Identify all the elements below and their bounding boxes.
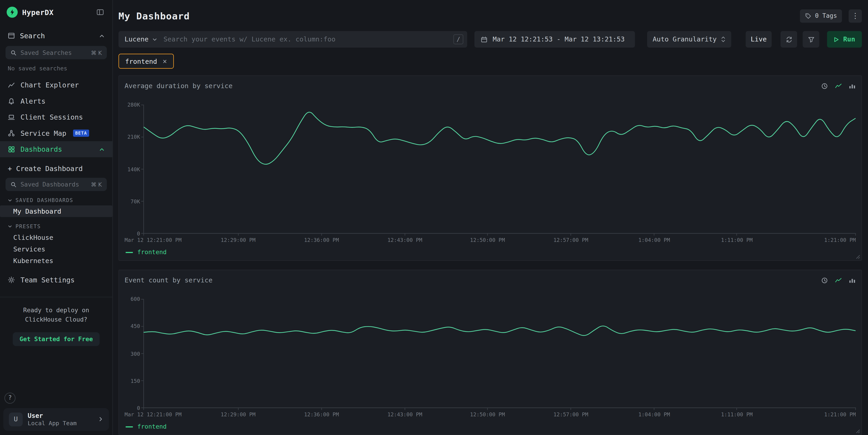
chevron-down-icon [8,198,12,202]
filter-chip-label: frontend [125,57,157,65]
run-button[interactable]: Run [827,31,862,48]
sidebar-item-label: Alerts [21,97,45,105]
sidebar-item-chart-explorer[interactable]: Chart Explorer [0,77,113,93]
sidebar: HyperDX Search Saved Searches ⌘ K No sav… [0,0,113,435]
sidebar-item-kubernetes[interactable]: Kubernetes [0,255,113,266]
chevron-up-icon [99,147,104,152]
bar-chart-icon[interactable] [849,277,856,284]
sidebar-item-search[interactable]: Search [0,27,113,45]
create-dashboard-label: + Create Dashboard [8,164,83,173]
live-button[interactable]: Live [746,31,772,48]
query-language-select[interactable]: Lucene [118,35,163,43]
saved-dashboards-placeholder: Saved Dashboards [21,181,87,188]
collapse-sidebar-icon[interactable] [95,7,106,18]
query-bar: Lucene Search your events w/ Lucene ex. … [118,31,467,48]
play-icon [834,36,839,42]
sidebar-item-label: Chart Explorer [21,81,79,89]
close-icon[interactable]: × [162,57,167,65]
slash-shortcut-key: / [453,34,463,44]
y-axis-labels: 6004503001500 [125,299,144,408]
chevron-down-icon [152,37,157,42]
dashboard-menu-button[interactable]: ⋮ [849,9,862,22]
saved-searches-placeholder: Saved Searches [21,49,87,56]
legend-label: frontend [137,249,167,256]
help-button[interactable]: ? [4,392,16,403]
select-chevrons-icon [721,36,726,42]
saved-searches-input[interactable]: Saved Searches ⌘ K [5,46,107,59]
line-chart-plot[interactable] [144,104,856,234]
sidebar-item-my-dashboard[interactable]: My Dashboard [0,206,113,217]
sidebar-item-dashboards[interactable]: Dashboards [0,141,113,157]
date-range-picker[interactable]: Mar 12 12:21:53 - Mar 12 13:21:53 [474,31,635,48]
y-axis-labels: 280K210K140K70K0 [125,104,144,234]
promo-text: Ready to deploy on ClickHouse Cloud? [7,306,106,324]
section-presets[interactable]: PRESETS [0,217,113,231]
filter-button[interactable] [803,31,819,48]
query-language-label: Lucene [125,35,149,43]
user-team: Local App Team [28,420,93,427]
sidebar-item-clickhouse[interactable]: ClickHouse [0,231,113,243]
run-label: Run [843,35,855,43]
filter-chip-frontend[interactable]: frontend × [118,54,174,69]
sidebar-item-service-map[interactable]: Service Map BETA [0,125,113,141]
app-root: HyperDX Search Saved Searches ⌘ K No sav… [0,0,868,435]
line-chart-icon[interactable] [835,82,842,90]
search-icon [10,181,17,187]
section-saved-dashboards[interactable]: SAVED DASHBOARDS [0,191,113,206]
tags-button[interactable]: 0 Tags [800,9,842,22]
chart-panel-average-duration: Average duration by service 280K210K140K… [118,75,862,261]
refresh-button[interactable] [781,31,797,48]
chevron-down-icon [8,224,12,228]
sidebar-item-alerts[interactable]: Alerts [0,93,113,109]
gear-icon [8,276,15,284]
kebab-icon: ⋮ [851,11,859,20]
laptop-icon [8,114,15,121]
section-label: SAVED DASHBOARDS [16,197,73,203]
no-saved-searches-text: No saved searches [0,59,113,75]
legend-swatch [126,426,133,427]
refresh-icon [785,36,793,43]
sidebar-item-label: Service Map [21,129,66,137]
search-icon [10,50,17,56]
filter-icon [807,36,815,43]
date-range-value: Mar 12 12:21:53 - Mar 12 13:21:53 [493,35,625,43]
sidebar-item-label: Team Settings [21,276,75,284]
panel-resize-handle[interactable] [856,429,860,433]
search-section-icon [8,32,15,39]
bar-chart-icon[interactable] [849,82,856,90]
bell-icon [8,97,15,105]
chevron-up-icon [99,33,104,38]
page-title: My Dashboard [118,10,190,22]
sidebar-item-services[interactable]: Services [0,243,113,255]
time-settings-icon[interactable] [821,82,828,90]
user-menu[interactable]: U User Local App Team [3,408,109,431]
sidebar-item-label: Dashboards [21,145,94,153]
create-dashboard-button[interactable]: + Create Dashboard [0,161,113,177]
time-settings-icon[interactable] [821,277,828,284]
line-chart-icon[interactable] [835,277,842,284]
app-name: HyperDX [22,8,54,16]
sidebar-item-client-sessions[interactable]: Client Sessions [0,109,113,125]
legend-frontend[interactable]: frontend [126,423,856,430]
tags-label: 0 Tags [815,12,837,19]
panel-resize-handle[interactable] [856,255,860,259]
user-name: User [28,412,93,420]
granularity-select[interactable]: Auto Granularity [647,31,732,48]
sidebar-item-label: Client Sessions [21,113,83,121]
logo-row: HyperDX [0,0,113,23]
saved-dashboards-input[interactable]: Saved Dashboards ⌘ K [5,178,107,191]
chart-panel-event-count: Event count by service 6004503001500 [118,270,862,435]
sidebar-nav: Chart Explorer Alerts Client Sessions Se… [0,77,113,157]
shortcut-hint: ⌘ K [91,181,102,187]
line-chart-plot[interactable] [144,299,856,408]
dashboards-icon [8,146,15,153]
chart-title: Average duration by service [125,82,232,90]
x-axis-labels: Mar 12 12:21:00 PM12:29:00 PM12:36:00 PM… [144,236,856,244]
get-started-button[interactable]: Get Started for Free [13,332,99,346]
main-content: My Dashboard 0 Tags ⋮ Lucene [113,0,868,435]
search-input[interactable]: Search your events w/ Lucene ex. column:… [163,35,450,43]
legend-frontend[interactable]: frontend [126,249,856,256]
sidebar-item-label: Search [20,32,94,40]
service-map-icon [8,130,15,137]
sidebar-item-team-settings[interactable]: Team Settings [0,272,113,288]
